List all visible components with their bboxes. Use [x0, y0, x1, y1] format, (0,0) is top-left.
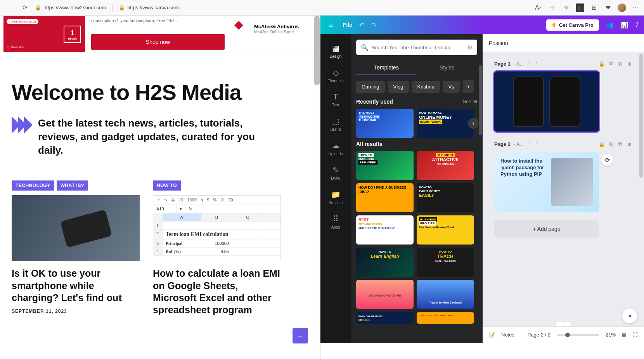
redo-button[interactable]: ↷: [371, 21, 376, 29]
chip-vs[interactable]: Vs: [443, 81, 460, 93]
home-icon[interactable]: ⌂: [326, 20, 336, 30]
template-thumb[interactable]: HOW DO I FIND A BUSINESS IDEA?: [356, 183, 414, 212]
chip-gaming[interactable]: Gaming: [356, 81, 385, 93]
rail-elements[interactable]: ◇Elements: [320, 63, 351, 88]
add-page-icon[interactable]: ⊕: [627, 60, 632, 68]
tag-what-is[interactable]: WHAT IS?: [57, 180, 88, 191]
magic-button[interactable]: ✦: [622, 309, 637, 323]
canvas-scrollbar[interactable]: [639, 54, 643, 178]
page-up-icon[interactable]: ˄: [527, 60, 531, 68]
page-down-icon[interactable]: ˅: [535, 140, 539, 148]
article-2-title: How to calculate a loan EMI on Google Sh…: [153, 267, 281, 316]
more-icon[interactable]: ⋯: [632, 3, 640, 12]
tag-technology[interactable]: TECHNOLOGY: [12, 180, 54, 191]
pane-canva: ⌂ File ↶ ↷ ♛ Get Canva Pro 👥 📊 ⤴ ▦Design…: [320, 16, 644, 359]
article-2[interactable]: HOW TO ↶↷🖶📋 100%▾ $%.0.00 A10▾fx ABC 1 2…: [153, 180, 281, 321]
delete-icon[interactable]: 🗑: [617, 140, 623, 148]
delete-icon[interactable]: 🗑: [617, 60, 623, 68]
footer-expand-icon[interactable]: ˄: [556, 322, 571, 326]
url-1: https://www.how2shout.com: [43, 5, 106, 10]
ad-mid: subscription (1-year subscription). Free…: [85, 16, 231, 52]
tab-styles[interactable]: Styles: [417, 61, 477, 75]
rail-design[interactable]: ▦Design: [320, 39, 351, 63]
tag-how-to[interactable]: HOW TO: [153, 180, 181, 191]
lock-icon[interactable]: 🔒: [598, 60, 606, 68]
get-canva-pro-button[interactable]: ♛ Get Canva Pro: [546, 19, 599, 31]
chip-vlog[interactable]: Vlog: [388, 81, 409, 93]
chip-krishna[interactable]: Krishna: [412, 81, 440, 93]
rail-text[interactable]: TText: [320, 88, 351, 112]
template-thumb[interactable]: BUSINESSPRO TIPSPost Pandemic Business T…: [417, 215, 474, 245]
fullscreen-icon[interactable]: ⛶: [633, 332, 638, 338]
undo-button[interactable]: ↶: [359, 21, 364, 29]
browser-toolbar: ← ⟳ 🔒 https://www.how2shout.com 🔒 https:…: [0, 0, 644, 16]
split-screen-icon[interactable]: ◧: [576, 3, 584, 12]
back-button[interactable]: ←: [4, 2, 15, 13]
page-2-thumb[interactable]: ⟳ How to install the 'yaml' package for …: [494, 152, 599, 212]
text-size-icon[interactable]: AA: [534, 3, 542, 12]
shop-now-button[interactable]: Shop now: [91, 34, 225, 50]
rail-draw[interactable]: ✎Draw: [320, 161, 351, 185]
ad-banner[interactable]: 1-Year Subscription 1 Device ⭕ Guarantee…: [3, 16, 317, 52]
template-thumb[interactable]: SOUNDS OF NATURE: [356, 280, 414, 309]
notes-icon[interactable]: 📝: [489, 332, 495, 338]
upload-icon[interactable]: ⤴: [635, 21, 639, 28]
performance-icon[interactable]: ❤: [604, 3, 612, 12]
chips-next-icon[interactable]: ›: [463, 80, 474, 93]
search-bar[interactable]: 🔍 ⚙: [356, 40, 477, 55]
template-thumb[interactable]: EARN ONLINE USINGMOBILE: [356, 312, 414, 324]
article-2-image: ↶↷🖶📋 100%▾ $%.0.00 A10▾fx ABC 1 2Term lo…: [153, 195, 281, 261]
favorite-icon[interactable]: ☆: [548, 3, 556, 12]
rail-brand[interactable]: ⬚Brand: [320, 112, 351, 136]
url-group-1[interactable]: 🔒 https://www.how2shout.com: [35, 5, 106, 10]
extension-icon[interactable]: ✧: [562, 3, 570, 12]
notes-label[interactable]: Notes: [501, 332, 514, 338]
template-thumb[interactable]: HOW TOTEACHSMALL CHILDREN: [417, 248, 474, 277]
ad-shield-icon: ◆: [231, 16, 246, 52]
duplicate-icon[interactable]: ⧉: [609, 140, 614, 148]
zoom-slider[interactable]: [557, 334, 599, 336]
page-up-icon[interactable]: ˄: [527, 140, 531, 148]
file-menu[interactable]: File: [343, 22, 352, 28]
duplicate-icon[interactable]: ⧉: [609, 60, 614, 68]
left-scrollbar[interactable]: [314, 16, 320, 85]
collections-icon[interactable]: ⊞: [590, 3, 598, 12]
template-thumb[interactable]: 5 FAST WAYS TO BOOST YOUR: [417, 312, 474, 324]
template-thumb[interactable]: THE MOSTATTRACTIVETHUMBNAIL: [417, 151, 474, 180]
share-people-icon[interactable]: 👥: [606, 21, 614, 29]
rail-uploads[interactable]: ☁Uploads: [320, 136, 351, 161]
filter-icon[interactable]: ⚙: [467, 44, 473, 51]
position-button[interactable]: Position: [489, 40, 508, 46]
template-thumb[interactable]: Travel to New Zealand: [417, 280, 474, 309]
page-down-icon[interactable]: ˅: [535, 60, 539, 68]
page-1-thumb[interactable]: [494, 71, 599, 132]
template-thumb[interactable]: THE MOSTATTRACTIVETHUMBNAIL: [356, 109, 414, 138]
add-page-icon[interactable]: ⊕: [627, 140, 632, 148]
grid-view-icon[interactable]: ▦: [622, 332, 627, 338]
template-thumb[interactable]: HOW TOEARN MONEYEASILY: [417, 183, 474, 212]
rail-apps[interactable]: ⠿Apps: [320, 210, 351, 234]
refresh-button[interactable]: ⟳: [19, 2, 30, 13]
ad-brand: McAfee® Antivirus: [254, 24, 308, 29]
analytics-icon[interactable]: 📊: [621, 21, 628, 29]
page-indicator[interactable]: Page 2 / 2: [528, 332, 551, 338]
template-thumb[interactable]: HOW TO MAKEONLINE MONEY$3000 / WEEK: [417, 109, 474, 138]
panel-scrollbar[interactable]: [479, 65, 482, 135]
regenerate-icon[interactable]: ⟳: [601, 154, 613, 166]
canvas-footer: 📝 Notes Page 2 / 2 21% ▦ ⛶: [483, 326, 644, 343]
template-thumb[interactable]: HOW TOMAKE $3KPER WEEK: [356, 151, 414, 180]
see-all-link[interactable]: See all: [463, 99, 477, 104]
add-page-button[interactable]: + Add page: [494, 220, 599, 238]
thumbs-next-icon[interactable]: ›: [468, 118, 479, 129]
rail-projects[interactable]: 📁Projects: [320, 185, 351, 210]
tab-templates[interactable]: Templates: [356, 61, 417, 75]
template-thumb[interactable]: BESTTIPS AND TRICKSMARKETING STRATEGY: [356, 215, 414, 245]
profile-avatar[interactable]: [618, 3, 626, 12]
subtitle-text: Get the latest tech news, articles, tuto…: [38, 116, 255, 157]
lock-icon[interactable]: 🔒: [598, 140, 606, 148]
scroll-top-button[interactable]: ︿: [293, 328, 308, 343]
template-thumb[interactable]: HOW TOLearn English: [356, 248, 414, 277]
search-input[interactable]: [372, 45, 464, 50]
url-group-2[interactable]: 🔒 https://www.canva.com: [119, 5, 179, 10]
article-1[interactable]: TECHNOLOGY WHAT IS? Is it OK to use your…: [12, 180, 140, 321]
